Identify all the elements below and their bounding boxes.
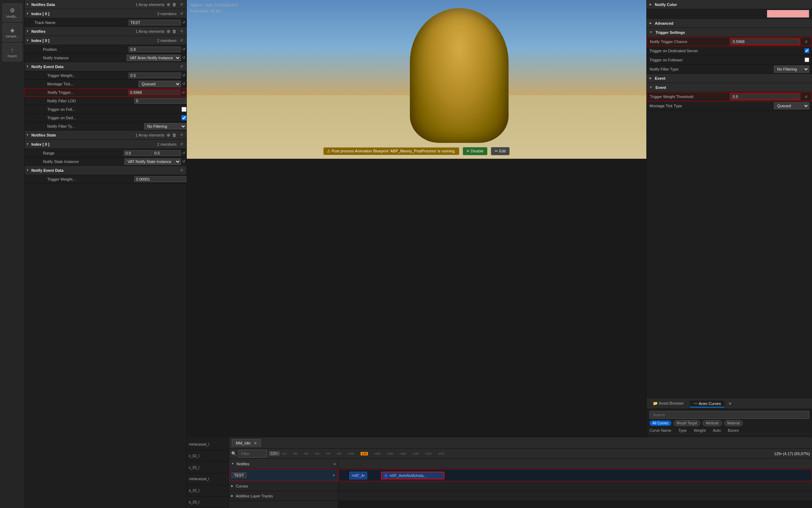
filter-morph-target[interactable]: Morph Target (673, 420, 701, 426)
montage-tick-label: Montage Tick... (47, 82, 139, 86)
modify-icon: ⚙ (10, 7, 15, 14)
reset-notify-instance[interactable]: ↺ (181, 56, 186, 60)
reset-notify-event-data[interactable]: ↺ (179, 65, 184, 68)
advanced-toggle[interactable] (650, 22, 652, 25)
asset-browser-tab[interactable]: 📂 Asset Browser (650, 400, 687, 407)
notifies-sub-toggle[interactable] (26, 30, 29, 33)
trigger-dedicated-checkbox[interactable] (805, 48, 809, 53)
edit-button[interactable]: ✏ Edit (491, 147, 510, 155)
del-notifies-data[interactable]: 🗑 (172, 2, 177, 7)
notify-filter-type-right-select[interactable]: No Filtering (774, 66, 809, 73)
filter-material[interactable]: Material (724, 420, 743, 426)
viewport-statusbar: ⚠ Post process Animation Blueprint 'ABP_… (324, 147, 510, 155)
reset-track-name[interactable]: ↺ (181, 20, 186, 24)
add-notifies-state[interactable]: ⊕ (167, 133, 170, 138)
notify-event-data-toggle[interactable] (26, 65, 29, 68)
del-notifies-state[interactable]: 🗑 (172, 133, 177, 138)
properties-panel: Notifies Data 1 Array elements ⊕ 🗑 ↺ Ind… (25, 0, 187, 508)
notifies-state-index0-header: Index [ 0 ] 2 members ↺ (25, 140, 186, 149)
trigger-settings-toggle[interactable] (650, 31, 652, 34)
filter-all-curves[interactable]: All Curves (650, 421, 671, 426)
reset-notify-trigger-chance[interactable]: ↺ (803, 40, 809, 44)
anim-curves-tab[interactable]: 〰 Anim Curves (690, 400, 724, 407)
reset-notify-state-instance[interactable]: ↺ (181, 159, 186, 163)
reset-notifies-index0[interactable]: ↺ (179, 38, 184, 42)
reset-index0[interactable]: ↺ (179, 12, 184, 16)
reset-montage-tick[interactable]: ↺ (181, 82, 186, 86)
notifies-state-toggle[interactable] (26, 133, 29, 137)
notifies-track-label: Notifies (236, 462, 250, 466)
reset-notify-event-data-2[interactable]: ↺ (179, 168, 184, 172)
additive-toggle[interactable] (231, 494, 233, 497)
test-track-expand[interactable]: ▼ (332, 473, 336, 477)
trigger-weight-2-input[interactable] (134, 176, 186, 182)
notifies-track-toggle[interactable] (231, 462, 234, 465)
notify-filter-lod-row: Notify Filter LOD (25, 97, 186, 105)
trigger-on-follower-checkbox[interactable] (182, 107, 186, 112)
category-toggle[interactable] (650, 77, 652, 80)
event-toggle[interactable] (650, 86, 652, 89)
curves-label: Curves (236, 484, 248, 488)
notify-filter-type-select[interactable]: No Filtering (144, 123, 186, 129)
modify-button[interactable]: ⚙ Modify... (2, 4, 22, 22)
trigger-follower-checkbox[interactable] (805, 58, 809, 62)
reset-trigger-weight[interactable]: ↺ (181, 73, 186, 77)
add-notifies-data[interactable]: ⊕ (167, 2, 170, 7)
reset-position[interactable]: ↺ (181, 47, 186, 51)
track-name-input[interactable] (129, 20, 181, 25)
trigger-dedicated-row: Trigger on Dedicated Server (647, 46, 812, 55)
range-min-input[interactable] (124, 150, 152, 156)
reset-notifies-sub[interactable]: ↺ (179, 29, 184, 33)
curves-toggle[interactable] (231, 484, 233, 488)
notifies-add-btn[interactable]: + (334, 462, 336, 466)
del-notifies-sub[interactable]: 🗑 (172, 29, 177, 34)
export-button[interactable]: ↑ Export (2, 43, 22, 61)
vat-a-chip[interactable]: •VAT_A• (349, 472, 367, 479)
reset-notifies-data[interactable]: ↺ (179, 2, 184, 6)
notify-event-data-header: Notify Event Data ↺ (25, 62, 186, 71)
reset-notifies-state-index0[interactable]: ↺ (179, 142, 184, 146)
close-anim-curves[interactable]: ✕ (728, 401, 732, 406)
notifies-state-header: Notifies State 1 Array elements ⊕ 🗑 ↺ (25, 131, 186, 140)
trigger-settings-header: Trigger Settings (647, 28, 812, 37)
top-area: Approx. Size: 111x505x415 Framerate: 30 … (187, 0, 812, 437)
notifies-state-index0-toggle[interactable] (26, 143, 29, 146)
trigger-weight-input[interactable] (129, 73, 181, 78)
notify-event-data-2-toggle[interactable] (26, 169, 29, 172)
sample-button[interactable]: ◈ Sample... (2, 23, 22, 42)
range-label: Range (43, 151, 124, 155)
mm-idle-tab[interactable]: MM_Idle ✕ (232, 439, 261, 447)
disable-button[interactable]: ✕ Disable (462, 147, 487, 155)
montage-tick-select[interactable]: Queued (139, 81, 181, 87)
notifies-index0-toggle[interactable] (26, 39, 29, 42)
vat-anim-notify-chip[interactable]: • •VAT_AnimNotifyInsta... (381, 472, 444, 479)
notify-trigger-chance-input[interactable] (730, 38, 800, 45)
montage-tick-type-select[interactable]: Queued (774, 102, 809, 109)
trigger-on-dedicated-checkbox[interactable] (182, 115, 186, 120)
reset-trigger-weight-threshold[interactable]: ↺ (803, 95, 809, 99)
notify-state-instance-select[interactable]: VAT Notify State Instance (124, 158, 181, 165)
range-max-input[interactable] (153, 150, 181, 156)
notifies-index0-header: Index [ 0 ] 2 members ↺ (25, 36, 186, 45)
vat-chip-dot: • (384, 473, 388, 478)
notify-filter-lod-input[interactable] (134, 98, 186, 104)
notifies-data-toggle[interactable] (26, 3, 29, 6)
notify-color-swatch[interactable] (767, 10, 809, 18)
notify-color-toggle[interactable] (650, 3, 652, 6)
reset-notifies-state[interactable]: ↺ (179, 133, 184, 137)
index0-toggle[interactable] (26, 12, 29, 15)
close-timeline-tab[interactable]: ✕ (254, 441, 257, 445)
reset-range[interactable]: ↺ (181, 151, 186, 155)
trigger-weight-label: Trigger Weight... (47, 73, 129, 78)
position-input[interactable] (129, 47, 181, 52)
trigger-weight-threshold-input[interactable] (730, 93, 800, 100)
asset-item-0: metacarpal_l (187, 439, 229, 450)
advanced-header: Advanced (647, 19, 812, 28)
notify-instance-select[interactable]: VAT Anim Notify Instance (127, 55, 181, 61)
asset-search-input[interactable] (650, 411, 809, 419)
notify-trigger-input[interactable] (128, 90, 180, 95)
reset-notify-trigger[interactable]: ↺ (180, 91, 186, 95)
timeline-filter-input[interactable] (239, 450, 267, 458)
add-notifies-sub[interactable]: ⊕ (167, 29, 170, 34)
filter-attribute[interactable]: Attribute (702, 420, 722, 426)
